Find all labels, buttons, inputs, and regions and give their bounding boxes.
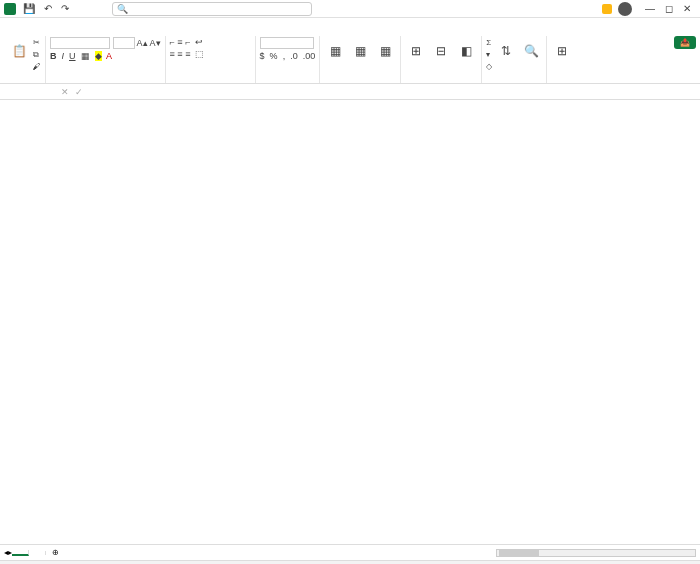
comma-icon[interactable]: , <box>283 51 286 61</box>
cut-button[interactable]: ✂ <box>33 37 41 48</box>
underline-button[interactable]: U <box>69 51 76 61</box>
find-select-button[interactable]: 🔍 <box>520 37 542 65</box>
format-painter-button[interactable]: 🖌 <box>33 61 41 72</box>
search-icon: 🔍 <box>117 4 128 14</box>
font-color-button[interactable]: A <box>106 51 112 61</box>
quick-access-toolbar: 💾 ↶ ↷ <box>20 3 72 14</box>
format-cells-button[interactable]: ◧ <box>455 37 477 65</box>
currency-icon[interactable]: $ <box>260 51 265 61</box>
ribbon-group-editing: Σ ▾ ◇ ⇅ 🔍 <box>482 36 547 83</box>
statusbar: ▦ ▤ ▥ − + <box>0 560 700 564</box>
percent-icon[interactable]: % <box>270 51 278 61</box>
close-button[interactable]: ✕ <box>683 3 691 14</box>
paste-button[interactable]: 📋 <box>8 37 30 65</box>
save-icon[interactable]: 💾 <box>23 3 35 14</box>
addins-button[interactable]: ⊞ <box>551 37 573 65</box>
italic-button[interactable]: I <box>62 51 65 61</box>
font-family-select[interactable] <box>50 37 110 49</box>
search-input[interactable]: 🔍 <box>112 2 312 16</box>
titlebar: 💾 ↶ ↷ 🔍 — ◻ ✕ <box>0 0 700 18</box>
horizontal-scrollbar[interactable] <box>496 549 696 557</box>
font-shrink-icon[interactable]: A▾ <box>150 38 161 48</box>
ribbon-group-font: A▴ A▾ B I U ▦ ◆ A <box>46 36 166 83</box>
fill-color-button[interactable]: ◆ <box>95 51 102 61</box>
autosum-button[interactable]: Σ <box>486 37 492 48</box>
worksheet-area[interactable] <box>0 100 700 544</box>
merge-button[interactable]: ⬚ <box>195 49 204 59</box>
menubar <box>0 18 700 34</box>
font-grow-icon[interactable]: A▴ <box>137 38 148 48</box>
dec-decimal-icon[interactable]: .00 <box>303 51 316 61</box>
maximize-button[interactable]: ◻ <box>665 3 673 14</box>
align-top-icon[interactable]: ⌐ <box>170 37 175 47</box>
fill-button[interactable]: ▾ <box>486 49 492 60</box>
sheet-tab-spending-planner[interactable] <box>12 550 29 556</box>
accept-formula-icon[interactable]: ✓ <box>72 87 86 97</box>
undo-icon[interactable]: ↶ <box>44 3 52 14</box>
copy-button[interactable]: ⧉ <box>33 49 41 60</box>
delete-cells-button[interactable]: ⊟ <box>430 37 452 65</box>
minimize-button[interactable]: — <box>645 3 655 14</box>
cell-styles-button[interactable]: ▦ <box>374 37 396 65</box>
ribbon-group-alignment: ⌐ ≡ ⌐ ↩ ≡ ≡ ≡ ⬚ <box>166 36 256 83</box>
ribbon-group-number: $ % , .0 .00 <box>256 36 321 83</box>
redo-icon[interactable]: ↷ <box>61 3 69 14</box>
ribbon-group-cells: ⊞ ⊟ ◧ <box>401 36 482 83</box>
align-bot-icon[interactable]: ⌐ <box>185 37 190 47</box>
sheet-tab-budgeting-worksheet[interactable] <box>29 551 46 555</box>
user-avatar[interactable] <box>618 2 632 16</box>
insert-cells-button[interactable]: ⊞ <box>405 37 427 65</box>
inc-decimal-icon[interactable]: .0 <box>290 51 298 61</box>
ribbon-group-styles: ▦ ▦ ▦ <box>320 36 401 83</box>
align-mid-icon[interactable]: ≡ <box>177 37 182 47</box>
bold-button[interactable]: B <box>50 51 57 61</box>
sort-filter-button[interactable]: ⇅ <box>495 37 517 65</box>
cancel-formula-icon[interactable]: ✕ <box>58 87 72 97</box>
conditional-formatting-button[interactable]: ▦ <box>324 37 346 65</box>
ribbon-group-clipboard: 📋 ✂ ⧉ 🖌 <box>4 36 46 83</box>
format-as-table-button[interactable]: ▦ <box>349 37 371 65</box>
ribbon-group-addins: ⊞ <box>547 36 577 83</box>
number-format-select[interactable] <box>260 37 314 49</box>
align-left-icon[interactable]: ≡ <box>170 49 175 59</box>
excel-icon <box>4 3 16 15</box>
ribbon: 📤 📋 ✂ ⧉ 🖌 A▴ A▾ B I U ▦ <box>0 34 700 84</box>
formula-bar-row: ✕ ✓ <box>0 84 700 100</box>
warning-icon[interactable] <box>602 4 612 14</box>
new-sheet-button[interactable]: ⊕ <box>46 548 65 557</box>
align-center-icon[interactable]: ≡ <box>177 49 182 59</box>
wrap-text-button[interactable]: ↩ <box>195 37 203 47</box>
share-button[interactable]: 📤 <box>674 36 696 49</box>
align-right-icon[interactable]: ≡ <box>185 49 190 59</box>
clear-button[interactable]: ◇ <box>486 61 492 72</box>
border-button[interactable]: ▦ <box>81 51 90 61</box>
sheet-tabs-bar: ◂ ▸ ⊕ <box>0 544 700 560</box>
font-size-select[interactable] <box>113 37 135 49</box>
